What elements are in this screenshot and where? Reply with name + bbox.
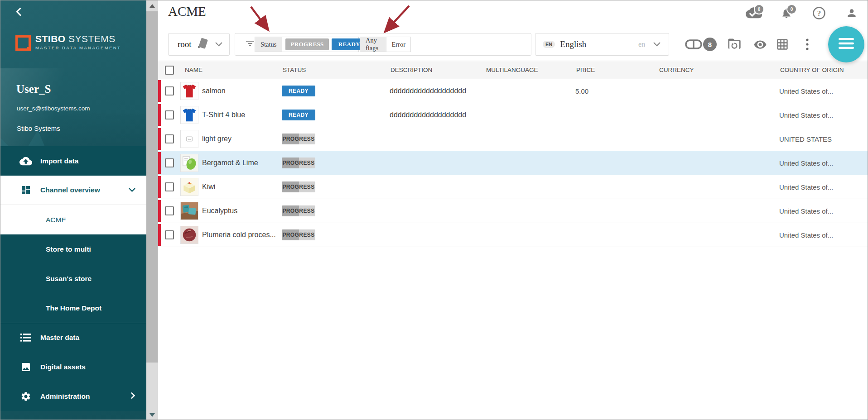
row-flag-stripe — [158, 176, 161, 198]
select-all-checkbox[interactable] — [165, 66, 174, 75]
notification-count-badge: 0 — [786, 4, 797, 14]
stibo-logo-mark-icon — [15, 35, 31, 51]
main-content: ACME 00? root StatusPROGRESSREADY Any fl… — [158, 0, 868, 420]
language-code-badge: EN — [543, 41, 555, 48]
status-badge: READY — [282, 86, 315, 96]
context-selector[interactable]: root — [168, 33, 230, 56]
person-icon — [846, 7, 858, 21]
column-header-price[interactable]: PRICE — [575, 67, 658, 73]
compare-toggle-icon[interactable] — [684, 33, 704, 56]
product-country-of-origin: United States of... — [779, 207, 868, 215]
filter-chip-status[interactable]: Status — [255, 37, 282, 52]
table-row[interactable]: T-Shirt 4 blueREADYdddddddddddddddddddUn… — [158, 103, 868, 127]
sidebar-item-channel-overview[interactable]: Channel overview — [0, 176, 146, 205]
top-status-icon-bar: 00? — [745, 5, 860, 23]
product-country-of-origin: United States of... — [779, 87, 868, 95]
sidebar-item-administration[interactable]: Administration — [0, 382, 146, 411]
collapse-sidebar-button[interactable] — [14, 7, 28, 20]
table-header-row: NAMESTATUSDESCRIPTIONMULTILANGUAGEPRICEC… — [158, 61, 868, 79]
column-header-description[interactable]: DESCRIPTION — [390, 67, 482, 73]
row-checkbox[interactable] — [165, 158, 174, 167]
cloud-done-button[interactable]: 0 — [745, 5, 762, 23]
language-selector[interactable]: EN English en — [535, 33, 669, 56]
context-tag-icon — [196, 37, 210, 52]
more-options-kebab-icon[interactable] — [800, 33, 814, 56]
table-row[interactable]: EucalyptusPROGRESSUnited States of... — [158, 199, 868, 223]
product-name: light grey — [202, 135, 282, 143]
row-checkbox[interactable] — [165, 134, 174, 143]
scroll-down-arrow-icon[interactable] — [149, 413, 155, 417]
product-thumbnail-soap-maroon — [180, 226, 198, 244]
row-checkbox[interactable] — [165, 230, 174, 239]
stibo-systems-logo: STIBO SYSTEMS MASTER DATA MANAGEMENT — [15, 34, 121, 51]
dashboard-icon — [19, 184, 32, 196]
sidebar-scrollbar[interactable] — [146, 0, 158, 420]
column-header-status[interactable]: STATUS — [282, 67, 390, 73]
row-flag-stripe — [158, 200, 161, 222]
filter-chip-any-flags[interactable]: Any flags — [360, 37, 386, 52]
table-row[interactable]: Plumeria cold proces...PROGRESSUnited St… — [158, 223, 868, 247]
sidebar-item-label: Import data — [40, 157, 78, 165]
application-window: STIBO SYSTEMS MASTER DATA MANAGEMENT Use… — [0, 0, 868, 420]
product-thumbnail-placeholder — [180, 130, 198, 148]
product-country-of-origin: United States of... — [779, 159, 868, 167]
column-header-multilanguage[interactable]: MULTILANGUAGE — [482, 67, 575, 73]
row-flag-stripe — [158, 80, 161, 102]
filter-bar: StatusPROGRESSREADY Any flagsError — [235, 33, 531, 56]
row-checkbox[interactable] — [165, 206, 174, 215]
help-icon: ? — [812, 6, 826, 22]
product-country-of-origin: United States of... — [779, 231, 868, 239]
user-email: user_s@stibosystems.com — [17, 105, 90, 112]
status-badge: PROGRESS — [282, 158, 315, 168]
bell-button[interactable]: 0 — [778, 5, 795, 23]
sidebar-item-label: Store to multi — [46, 245, 91, 253]
table-row[interactable]: salmonREADYddddddddddddddddddd5.00United… — [158, 79, 868, 103]
sidebar-item-acme[interactable]: ACME — [0, 205, 146, 234]
help-button[interactable]: ? — [810, 5, 828, 23]
scroll-up-arrow-icon[interactable] — [149, 4, 155, 8]
product-country-of-origin: United States of... — [779, 183, 868, 191]
sidebar: STIBO SYSTEMS MASTER DATA MANAGEMENT Use… — [0, 0, 146, 420]
sidebar-item-label: The Home Depot — [46, 304, 101, 312]
user-organization: Stibo Systems — [17, 124, 60, 132]
table-view-icon[interactable] — [772, 33, 793, 56]
person-button[interactable] — [843, 5, 860, 23]
row-flag-stripe — [158, 224, 161, 246]
selection-count-badge[interactable]: 8 — [703, 38, 717, 51]
preview-eye-icon[interactable] — [750, 33, 771, 56]
sidebar-item-master-data[interactable]: Master data — [0, 323, 146, 352]
sidebar-item-label: Administration — [40, 392, 90, 401]
sidebar-menu: Import dataChannel overviewACMEStore to … — [0, 146, 146, 411]
hamburger-menu-icon — [839, 38, 854, 51]
product-thumbnail-tshirt-red — [180, 82, 198, 100]
table-row[interactable]: KiwiPROGRESSUnited States of... — [158, 175, 868, 199]
sidebar-item-import-data[interactable]: Import data — [0, 146, 146, 176]
table-row[interactable]: Bergamot & LimePROGRESSUnited States of.… — [158, 151, 868, 175]
sidebar-item-label: Channel overview — [40, 186, 100, 194]
row-checkbox[interactable] — [165, 182, 174, 191]
sidebar-item-susans-store[interactable]: Susan's store — [0, 264, 146, 293]
sidebar-item-label: Susan's store — [46, 275, 92, 283]
filter-chip-progress[interactable]: PROGRESS — [285, 38, 328, 50]
folder-sync-icon[interactable] — [724, 33, 745, 56]
product-description: ddddddddddddddddddd — [390, 111, 476, 119]
product-name: T-Shirt 4 blue — [202, 111, 282, 119]
user-name: User_S — [16, 83, 51, 95]
filter-icon[interactable] — [245, 40, 255, 49]
sidebar-item-label: Digital assets — [40, 363, 86, 371]
product-country-of-origin: UNITED STATES — [779, 135, 868, 143]
main-menu-fab-button[interactable] — [828, 26, 864, 62]
scrollbar-thumb[interactable] — [146, 11, 158, 363]
status-filter-group: StatusPROGRESSREADY — [255, 37, 359, 52]
row-checkbox[interactable] — [165, 86, 174, 95]
sidebar-item-store-to-multi[interactable]: Store to multi — [0, 234, 146, 264]
column-header-country-of-origin[interactable]: COUNTRY OF ORIGIN — [779, 67, 868, 73]
sidebar-item-the-home-depot[interactable]: The Home Depot — [0, 293, 146, 323]
row-checkbox[interactable] — [165, 110, 174, 119]
product-thumbnail-soap-green — [180, 154, 198, 172]
column-header-currency[interactable]: CURRENCY — [658, 67, 779, 73]
filter-chip-error[interactable]: Error — [386, 37, 410, 52]
column-header-name[interactable]: NAME — [180, 67, 282, 73]
sidebar-item-digital-assets[interactable]: Digital assets — [0, 352, 146, 382]
table-row[interactable]: light greyPROGRESSUNITED STATES — [158, 127, 868, 151]
